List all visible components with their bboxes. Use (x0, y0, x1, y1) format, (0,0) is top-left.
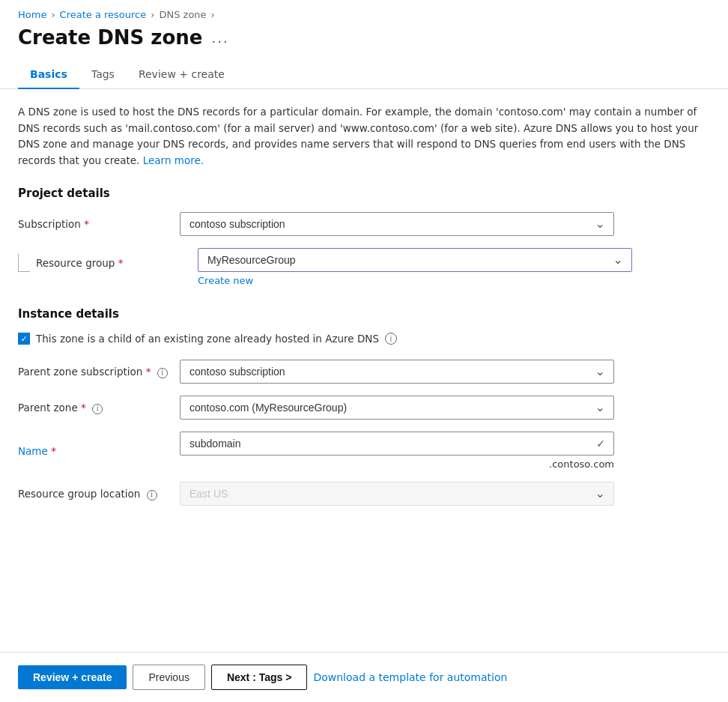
subscription-label: Subscription * (18, 218, 168, 230)
subscription-select[interactable]: contoso subscription (180, 212, 614, 236)
domain-suffix: .contoso.com (180, 459, 614, 470)
breadcrumb-sep-2: › (151, 9, 154, 20)
breadcrumb-sep-1: › (51, 9, 55, 20)
breadcrumb-dns-zone: DNS zone (159, 9, 206, 20)
parent-zone-subscription-label: Parent zone subscription * i (18, 366, 168, 378)
parent-zone-control: contoso.com (MyResourceGroup) (180, 396, 614, 420)
parent-zone-subscription-wrapper: contoso subscription (180, 360, 614, 384)
parent-zone-label: Parent zone * i (18, 402, 168, 414)
subscription-row: Subscription * contoso subscription (18, 212, 701, 236)
resource-group-required: * (118, 257, 124, 269)
parent-zone-wrapper: contoso.com (MyResourceGroup) (180, 396, 614, 420)
page-header: Create DNS zone ... (0, 26, 728, 61)
rg-location-info-icon[interactable]: i (147, 490, 157, 500)
instance-details-title: Instance details (18, 307, 701, 321)
name-control: .contoso.com (180, 432, 614, 470)
ellipsis-button[interactable]: ... (211, 30, 228, 46)
resource-group-select[interactable]: MyResourceGroup (198, 248, 632, 272)
name-label: Name * (18, 445, 168, 457)
description-text: A DNS zone is used to host the DNS recor… (18, 104, 701, 169)
parent-zone-sub-required: * (146, 366, 151, 378)
subscription-required: * (84, 218, 89, 230)
learn-more-link[interactable]: Learn more. (143, 154, 204, 166)
resource-group-location-row: Resource group location i East US (18, 482, 701, 506)
breadcrumb: Home › Create a resource › DNS zone › (0, 0, 728, 26)
parent-zone-sub-info-icon[interactable]: i (157, 368, 168, 378)
subscription-control: contoso subscription (180, 212, 614, 236)
tab-tags[interactable]: Tags (79, 61, 127, 89)
form-content: A DNS zone is used to host the DNS recor… (0, 104, 719, 506)
project-details-section: Project details Subscription * contoso s… (18, 187, 701, 286)
resource-group-location-control: East US (180, 482, 614, 506)
rg-location-wrapper: East US (180, 482, 614, 506)
resource-group-select-wrapper: MyResourceGroup (198, 248, 632, 272)
name-input[interactable] (180, 432, 614, 456)
resource-group-label: Resource group * (36, 257, 186, 269)
resource-group-control: MyResourceGroup Create new (198, 248, 632, 286)
parent-zone-subscription-control: contoso subscription (180, 360, 614, 384)
breadcrumb-create-resource[interactable]: Create a resource (60, 9, 147, 20)
create-new-link[interactable]: Create new (198, 275, 253, 286)
resource-group-row: Resource group * MyResourceGroup Create … (18, 248, 701, 286)
parent-zone-subscription-row: Parent zone subscription * i contoso sub… (18, 360, 701, 384)
name-input-wrapper (180, 432, 614, 456)
parent-zone-row: Parent zone * i contoso.com (MyResourceG… (18, 396, 701, 420)
resource-group-location-select: East US (180, 482, 614, 506)
parent-zone-subscription-select[interactable]: contoso subscription (180, 360, 614, 384)
description-body: A DNS zone is used to host the DNS recor… (18, 106, 698, 166)
breadcrumb-sep-3: › (211, 9, 215, 20)
child-zone-label: This zone is a child of an existing zone… (36, 333, 379, 345)
parent-zone-required: * (81, 402, 86, 414)
project-details-title: Project details (18, 187, 701, 200)
page-title: Create DNS zone (18, 26, 202, 49)
resource-group-label-wrapper: Resource group * (18, 248, 186, 272)
resource-group-location-label: Resource group location i (18, 488, 168, 500)
child-zone-checkbox-row: This zone is a child of an existing zone… (18, 333, 701, 345)
name-row: Name * .contoso.com (18, 432, 701, 470)
tab-review-create[interactable]: Review + create (127, 61, 237, 89)
child-zone-checkbox[interactable] (18, 333, 30, 345)
parent-zone-info-icon[interactable]: i (92, 404, 103, 414)
tab-bar: Basics Tags Review + create (0, 61, 728, 89)
name-required: * (51, 445, 56, 457)
indent-line (18, 254, 30, 272)
breadcrumb-home[interactable]: Home (18, 9, 46, 20)
tab-basics[interactable]: Basics (18, 61, 79, 89)
instance-details-section: Instance details This zone is a child of… (18, 307, 701, 506)
parent-zone-select[interactable]: contoso.com (MyResourceGroup) (180, 396, 614, 420)
child-zone-info-icon[interactable]: i (385, 333, 397, 345)
subscription-select-wrapper: contoso subscription (180, 212, 614, 236)
